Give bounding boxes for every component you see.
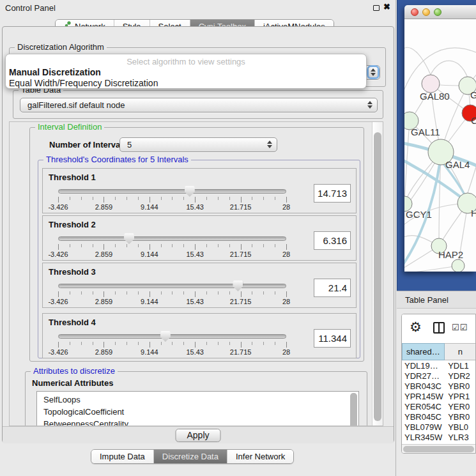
table-toolbar: ⚙ ☑☑ <box>402 314 476 343</box>
number-of-intervals-combo[interactable]: 5 <box>119 137 277 152</box>
list-item-topologicalcoefficient[interactable]: TopologicalCoefficient <box>43 406 358 418</box>
network-window-titlebar[interactable] <box>404 5 476 19</box>
table-row[interactable]: YBR043CYBR0 <box>402 381 476 392</box>
slider-thumb[interactable] <box>124 233 134 244</box>
table-data-group: Table Data galFiltered.sif default node <box>13 90 383 119</box>
settings-scrollbar-track[interactable] <box>372 122 383 426</box>
table-hscrollbar-track[interactable] <box>402 444 476 454</box>
discretization-algorithm-group-title: Discretization Algorithm <box>15 43 107 52</box>
cyni-bottom-tabs: Impute Data Discretize Data Infer Networ… <box>91 449 294 464</box>
network-graph: GAL80 G C GAL11 GAL4 GCY1 H HAP2 <box>404 19 476 272</box>
interval-definition-group: Interval Definition Number of Intervals … <box>29 127 364 362</box>
table-row[interactable]: YDR27…YDR2 <box>402 371 476 381</box>
control-panel-title: Control Panel <box>5 3 56 13</box>
threshold-3-value-field[interactable]: 21.4 <box>314 279 351 297</box>
node-label-partial: G <box>470 89 476 100</box>
table-row[interactable]: YBL079WYBL0 <box>402 422 476 433</box>
window-minimize-icon[interactable] <box>422 8 430 16</box>
algorithm-dropdown-popup: Select algorithm to view settings Manual… <box>5 54 367 89</box>
threshold-2-panel: Threshold 2 -3.426 2.859 9.144 15.43 <box>42 215 357 261</box>
threshold-2-title: Threshold 2 <box>49 220 96 229</box>
numerical-attributes-label: Numerical Attributes <box>32 378 113 388</box>
table-panel-zone: ⚙ ☑☑ shared… n YDL19…YDL1 YDR27…YDR2 YBR… <box>397 309 476 476</box>
tab-infer-network[interactable]: Infer Network <box>227 450 293 463</box>
list-item-selfloops[interactable]: SelfLoops <box>43 394 358 406</box>
slider-ticks <box>58 342 286 345</box>
thresholds-group: Threshold's Coordinates for 5 Intervals … <box>38 160 360 358</box>
popup-item-manual-discretization[interactable]: Manual Discretization <box>6 66 366 77</box>
close-icon[interactable]: ✖ <box>383 2 390 12</box>
attributes-list-scrollbar[interactable] <box>350 393 357 426</box>
threshold-1-value-field[interactable]: 14.713 <box>314 184 351 203</box>
tab-discretize-data[interactable]: Discretize Data <box>153 450 227 463</box>
window-close-icon[interactable] <box>411 8 418 16</box>
slider-tick-labels: -3.426 2.859 9.144 15.43 21.715 28 <box>58 250 286 258</box>
columns-icon[interactable] <box>433 322 445 334</box>
slider-tick-labels: -3.426 2.859 9.144 15.43 21.715 28 <box>58 298 286 305</box>
control-panel-titlebar: Control Panel ✖ <box>0 0 396 15</box>
network-node-gal80[interactable] <box>422 75 440 93</box>
threshold-1-title: Threshold 1 <box>49 173 96 182</box>
combo-spinner-icon <box>267 141 272 148</box>
node-label-gal4: GAL4 <box>445 159 470 170</box>
threshold-1-panel: Threshold 1 -3.426 2.859 9.144 15.43 <box>42 168 357 213</box>
gear-icon[interactable]: ⚙ <box>410 319 422 335</box>
algorithm-popup-prompt: Select algorithm to view settings <box>6 54 366 66</box>
slider-track[interactable] <box>58 236 286 241</box>
slider-ticks <box>58 197 286 200</box>
node-label-partial: C <box>471 115 476 126</box>
threshold-4-value-field[interactable]: 11.344 <box>314 329 351 348</box>
list-item-betweennesscentrality[interactable]: BetweennessCentrality <box>43 418 358 426</box>
node-label-gal80: GAL80 <box>420 91 450 102</box>
combo-spinner-icon <box>369 67 378 77</box>
table-row[interactable]: YDL19…YDL1 <box>402 361 476 371</box>
table-data-combo[interactable]: galFiltered.sif default node <box>20 98 378 112</box>
column-header-shared[interactable]: shared… <box>402 343 445 360</box>
attributes-group: Attributes to discretize Numerical Attri… <box>25 371 367 426</box>
table-row[interactable]: YER054CYER0 <box>402 402 476 412</box>
table-panel-title: Table Panel <box>405 295 449 305</box>
slider-ticks <box>58 244 286 247</box>
settings-scroll-area: Interval Definition Number of Intervals … <box>9 121 383 426</box>
slider-tick-labels: -3.426 2.859 9.144 15.43 21.715 28 <box>58 348 286 356</box>
popup-item-equal-width-frequency[interactable]: Equal Width/Frequency Discretization <box>6 77 366 88</box>
slider-thumb[interactable] <box>185 186 195 197</box>
slider-track[interactable] <box>58 189 286 194</box>
slider-track[interactable] <box>58 334 286 339</box>
threshold-4-slider[interactable]: -3.426 2.859 9.144 15.43 21.715 28 <box>58 332 286 353</box>
checkbox-icons[interactable]: ☑☑ <box>452 323 468 332</box>
slider-thumb[interactable] <box>233 280 243 291</box>
settings-scrollbar-thumb[interactable] <box>374 132 381 421</box>
threshold-3-slider[interactable]: -3.426 2.859 9.144 15.43 21.715 28 <box>58 281 286 303</box>
window-zoom-icon[interactable] <box>434 8 441 16</box>
threshold-4-title: Threshold 4 <box>49 318 96 327</box>
apply-button[interactable]: Apply <box>175 429 220 442</box>
float-window-icon[interactable] <box>373 5 380 11</box>
node-label-gcy1: GCY1 <box>406 209 432 220</box>
attributes-group-title: Attributes to discretize <box>31 367 118 376</box>
table-row[interactable]: YLR345WYLR3 <box>402 433 476 443</box>
table-panel-header: Table Panel <box>397 291 476 309</box>
control-panel: Control Panel ✖ Network Style Select Cyn… <box>0 0 396 476</box>
node-label-partial: H <box>471 208 476 219</box>
slider-track[interactable] <box>58 284 286 288</box>
slider-tick-labels: -3.426 2.859 9.144 15.43 21.715 28 <box>58 203 286 211</box>
network-view-window[interactable]: GAL80 G C GAL11 GAL4 GCY1 H HAP2 <box>404 5 476 272</box>
table-header-row: shared… n <box>402 343 476 360</box>
interval-definition-title: Interval Definition <box>35 123 104 132</box>
network-canvas[interactable]: GAL80 G C GAL11 GAL4 GCY1 H HAP2 <box>404 19 476 272</box>
number-of-intervals-value: 5 <box>127 140 132 150</box>
table-card: ⚙ ☑☑ shared… n YDL19…YDL1 YDR27…YDR2 YBR… <box>401 314 476 454</box>
threshold-2-slider[interactable]: -3.426 2.859 9.144 15.43 21.715 28 <box>58 234 286 256</box>
threshold-2-value-field[interactable]: 6.316 <box>314 231 351 250</box>
tab-impute-data[interactable]: Impute Data <box>91 450 153 463</box>
table-row[interactable]: YBR045CYBR0 <box>402 412 476 422</box>
column-header-name[interactable]: n <box>445 343 476 360</box>
threshold-1-slider[interactable]: -3.426 2.859 9.144 15.43 21.715 28 <box>58 187 286 208</box>
threshold-3-title: Threshold 3 <box>49 267 96 277</box>
table-hscrollbar-thumb[interactable] <box>403 446 474 452</box>
threshold-3-panel: Threshold 3 -3.426 2.859 9.144 15.43 <box>42 263 357 308</box>
network-node[interactable] <box>452 259 464 272</box>
slider-thumb[interactable] <box>160 331 171 342</box>
table-row[interactable]: YPR145WYPR1 <box>402 392 476 402</box>
